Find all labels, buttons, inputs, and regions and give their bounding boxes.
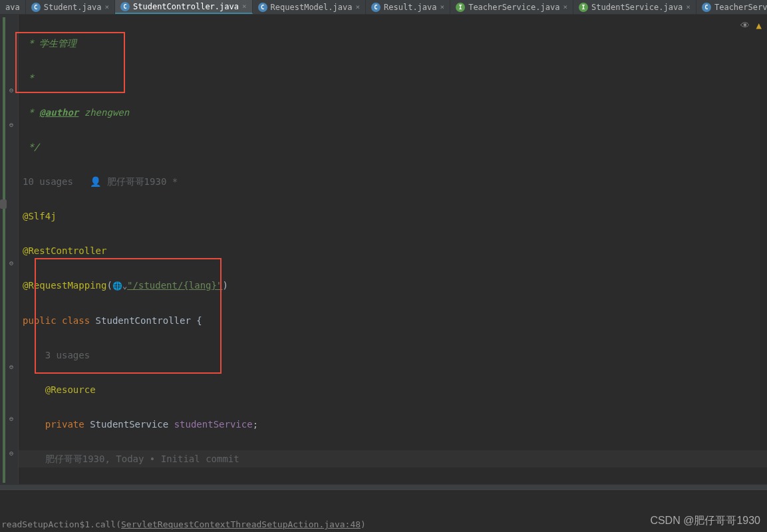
class-icon: C [371, 3, 381, 12]
close-icon[interactable]: × [563, 3, 567, 11]
comment-line: * [19, 69, 767, 86]
close-icon[interactable]: × [242, 2, 247, 11]
tab-student[interactable]: C Student.java × [26, 0, 115, 14]
watermark: CSDN @肥仔哥哥1930 [650, 514, 760, 528]
gutter[interactable]: ⊖ ⊖ ⊖ ⊖ ⊖ ⊖ [0, 15, 19, 484]
code-line: private StudentService studentService; [19, 416, 767, 433]
close-icon[interactable]: × [440, 3, 445, 11]
fold-icon[interactable]: ⊖ [9, 363, 13, 370]
tab-label: Student.java [44, 3, 102, 12]
fold-icon[interactable]: ⊖ [9, 259, 13, 267]
comment-line: * @author zhengwen [19, 104, 767, 121]
globe-icon: 🌐⌄ [112, 281, 127, 291]
fold-icon[interactable]: ⊖ [9, 86, 13, 94]
tab-teacherserviceimpl[interactable]: C TeacherServiceImpl.java × [696, 0, 767, 14]
inlay-hint: 3 usages [19, 346, 767, 364]
tab-result[interactable]: C Result.java × [366, 0, 450, 14]
code-line: public class StudentController { [19, 312, 767, 329]
tab-requestmodel[interactable]: C RequestModel.java × [253, 0, 366, 14]
interface-icon: I [456, 3, 465, 12]
code-line: @Resource [19, 381, 767, 398]
class-icon: C [31, 3, 41, 12]
tab-label: StudentService.java [591, 3, 683, 12]
tab-label: StudentController.java [133, 2, 239, 11]
comment-line: */ [19, 138, 767, 156]
code-line: @RestController [19, 242, 767, 259]
fold-icon[interactable]: ⊖ [9, 121, 13, 128]
tab-studentservice[interactable]: I StudentService.java × [573, 0, 696, 14]
class-icon: C [258, 3, 267, 12]
tab-0[interactable]: ava [0, 0, 26, 14]
code-editor[interactable]: * 学生管理 * * @author zhengwen */ 10 usages… [19, 17, 767, 532]
tab-studentcontroller[interactable]: C StudentController.java × [115, 0, 253, 14]
inlay-hint: 10 usages 👤 肥仔哥哥1930 * [19, 173, 767, 190]
code-line: @RequestMapping(🌐⌄"/student/{lang}") [19, 277, 767, 295]
close-icon[interactable]: × [686, 3, 690, 11]
close-icon[interactable]: × [355, 3, 360, 11]
editor-area: 👁 ▲ ⊖ ⊖ ⊖ ⊖ ⊖ ⊖ * 学生管理 * * @author zheng… [0, 15, 767, 484]
class-icon: C [120, 2, 130, 11]
editor-tabs: ava C Student.java × C StudentController… [0, 0, 767, 15]
class-icon: C [702, 3, 711, 12]
vcs-annotation: 肥仔哥哥1930, Today • Initial commit [19, 450, 767, 467]
code-line: @Slf4j [19, 207, 767, 225]
fold-icon[interactable]: ⊖ [9, 450, 13, 457]
fold-icon[interactable]: ⊖ [9, 415, 13, 422]
interface-icon: I [579, 3, 588, 12]
tab-label: RequestModel.java [271, 3, 353, 12]
comment-line: * 学生管理 [19, 35, 767, 52]
stacktrace-line[interactable]: readSetupAction$1.call(ServletRequestCon… [0, 519, 366, 529]
tab-label: ava [5, 3, 20, 12]
tab-label: Result.java [384, 3, 436, 12]
tab-label: TeacherServiceImpl.java [714, 3, 767, 12]
tab-label: TeacherService.java [468, 3, 559, 12]
marker-icon[interactable] [0, 200, 7, 209]
tab-teacherservice[interactable]: I TeacherService.java × [450, 0, 573, 14]
close-icon[interactable]: × [104, 3, 109, 11]
